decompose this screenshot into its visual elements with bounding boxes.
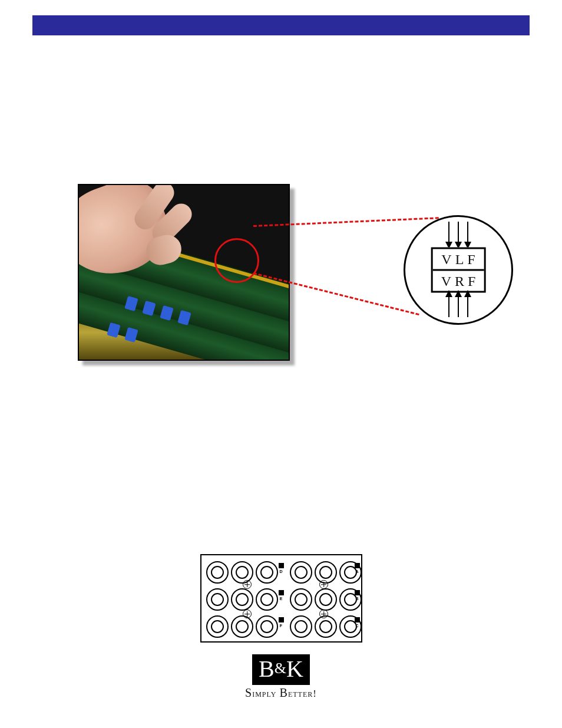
rca-jack bbox=[290, 561, 312, 584]
rca-jack bbox=[290, 615, 312, 638]
brand-ampersand: & bbox=[275, 660, 286, 677]
rca-jack bbox=[315, 615, 337, 638]
rca-jack bbox=[206, 615, 229, 638]
brand-logo-box: B&K bbox=[252, 654, 310, 685]
rca-jack bbox=[315, 588, 337, 611]
row-label: C bbox=[354, 624, 360, 628]
marker-square bbox=[279, 590, 284, 595]
label-bottom-row: VRF bbox=[433, 269, 484, 291]
panel-grid: D A E B F bbox=[201, 555, 361, 641]
page: VLF VRF D A bbox=[0, 0, 562, 728]
label-top-row: VLF bbox=[433, 249, 484, 269]
row-label: D bbox=[278, 569, 284, 574]
marker-square bbox=[355, 590, 360, 595]
brand-tagline: Simply Better! bbox=[240, 686, 322, 700]
install-photo bbox=[78, 184, 290, 361]
row-label: E bbox=[278, 597, 284, 601]
label-top-text: VLF bbox=[438, 251, 478, 267]
photo-frame bbox=[78, 184, 290, 361]
rca-jack bbox=[231, 588, 253, 611]
label-box: VLF VRF bbox=[431, 248, 486, 293]
rca-jack bbox=[231, 561, 253, 584]
row-label: F bbox=[278, 624, 284, 628]
rca-jack bbox=[290, 588, 312, 611]
row-label: A bbox=[354, 569, 360, 574]
hand bbox=[78, 184, 197, 285]
rca-jack bbox=[206, 561, 229, 584]
rca-jack bbox=[256, 561, 278, 584]
brand-letter-k: K bbox=[286, 655, 303, 682]
marker-square bbox=[279, 563, 284, 568]
rca-jack bbox=[206, 588, 229, 611]
rear-panel-diagram: D A E B F bbox=[200, 554, 362, 643]
rca-jack bbox=[256, 588, 278, 611]
brand-logo: B&K Simply Better! bbox=[240, 654, 322, 700]
screw-icon bbox=[243, 580, 252, 589]
rca-jack bbox=[231, 615, 253, 638]
label-diagram: VLF VRF bbox=[404, 215, 513, 325]
callout-circle bbox=[214, 238, 259, 283]
row-label: B bbox=[354, 597, 360, 601]
marker-square bbox=[355, 563, 360, 568]
header-bar bbox=[32, 15, 530, 35]
marker-square bbox=[355, 617, 360, 622]
label-bottom-text: VRF bbox=[438, 273, 480, 289]
rca-jack bbox=[256, 615, 278, 638]
marker-square bbox=[279, 617, 284, 622]
screw-icon bbox=[319, 580, 328, 589]
brand-letter-b: B bbox=[259, 655, 275, 682]
